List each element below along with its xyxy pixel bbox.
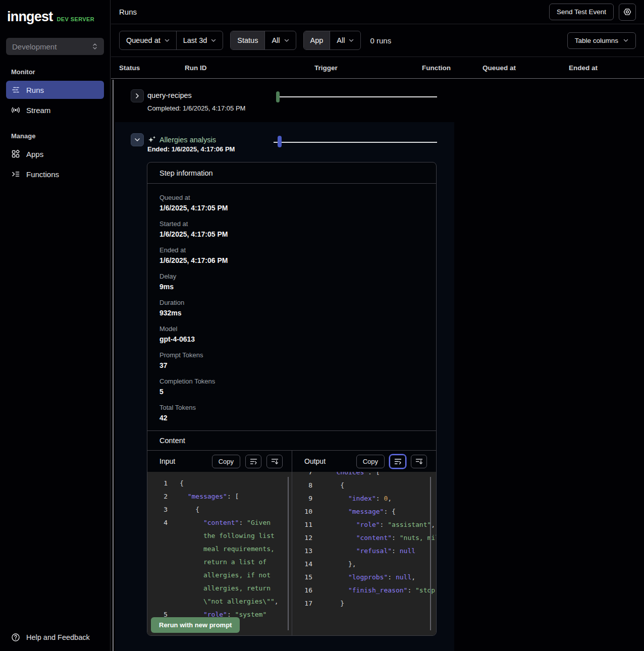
chevron-right-icon xyxy=(135,93,139,99)
sparkles-icon xyxy=(147,135,156,144)
copy-input-button[interactable]: Copy xyxy=(212,455,240,468)
line-number xyxy=(147,569,168,582)
line-number: 11 xyxy=(292,518,312,531)
sidebar-item-label: Functions xyxy=(26,170,59,179)
scroll-to-bottom-button[interactable] xyxy=(411,455,427,468)
chevron-down-icon xyxy=(211,39,216,42)
line-number xyxy=(147,542,168,556)
step-info-field: Completion Tokens5 xyxy=(159,377,424,396)
wrap-text-button[interactable] xyxy=(245,455,261,468)
workspace-select[interactable]: Development xyxy=(6,38,104,55)
code-line: allergies, if not xyxy=(147,569,292,582)
output-panel-header: Output Copy xyxy=(292,451,436,472)
field-label: Total Tokens xyxy=(159,404,424,411)
field-label: Queued at xyxy=(159,194,424,201)
app-filter-dropdown[interactable]: All xyxy=(330,31,360,49)
line-number xyxy=(147,582,168,595)
time-field-value: Queued at xyxy=(126,36,160,44)
code-line: 15 "logprobs": null, xyxy=(292,571,436,584)
rerun-with-new-prompt-button[interactable]: Rerun with new prompt xyxy=(151,617,240,633)
scroll-to-bottom-button[interactable] xyxy=(266,455,283,468)
input-scrollbar[interactable] xyxy=(288,477,289,630)
input-code-editor[interactable]: 1{2 "messages": [3 {4 "content": "Given … xyxy=(147,472,292,635)
line-number: 3 xyxy=(147,503,168,516)
step-info-field: Queued at1/6/2025, 4:17:05 PM xyxy=(159,194,424,212)
line-number xyxy=(147,529,168,542)
env-badge: DEV SERVER xyxy=(57,16,94,22)
sidebar-item-runs[interactable]: Runs xyxy=(6,81,104,99)
output-label: Output xyxy=(304,457,326,465)
timeline-marker xyxy=(276,91,280,102)
list-scrollbar[interactable] xyxy=(113,80,114,651)
sidebar-item-label: Apps xyxy=(26,150,43,158)
line-number: 10 xyxy=(292,505,312,518)
line-number: 1 xyxy=(147,477,168,490)
code-line: 16 "finish_reason": "stop" xyxy=(292,584,436,597)
code-line: 4 "content": "Given xyxy=(147,516,292,529)
apps-icon xyxy=(11,149,20,158)
time-field-dropdown[interactable]: Queued at xyxy=(120,31,176,49)
collapse-row-button[interactable] xyxy=(131,133,144,146)
field-value: 9ms xyxy=(159,283,424,291)
field-label: Model xyxy=(159,325,424,333)
stream-icon xyxy=(11,105,20,115)
code-line: 13 "refusal": null xyxy=(292,545,436,558)
wrap-text-button-active[interactable] xyxy=(390,455,406,468)
field-label: Duration xyxy=(159,299,424,306)
status-filter-dropdown[interactable]: All xyxy=(264,31,295,49)
output-code-viewer[interactable]: 7 "choices": [8 {9 "index": 0,10 "messag… xyxy=(292,472,436,635)
chevron-down-icon xyxy=(165,39,170,42)
code-line: 12 "content": "nuts, milk", xyxy=(292,531,436,545)
app-filter-value: All xyxy=(337,36,345,44)
input-label: Input xyxy=(159,457,175,465)
help-label: Help and Feedback xyxy=(26,633,90,641)
code-line: return a list of xyxy=(147,556,292,569)
field-value: gpt-4-0613 xyxy=(159,335,424,343)
code-line: 1{ xyxy=(147,477,292,490)
table-columns-button[interactable]: Table columns xyxy=(567,32,636,49)
line-number: 2 xyxy=(147,490,168,503)
chevron-down-icon xyxy=(349,39,354,42)
step-detail-card: Step information Queued at1/6/2025, 4:17… xyxy=(147,162,437,636)
chevron-down-icon xyxy=(284,39,289,42)
updown-chevron-icon xyxy=(92,42,98,50)
sidebar: inngest DEV SERVER Development Monitor R… xyxy=(0,0,111,651)
workspace-select-value: Development xyxy=(12,42,57,51)
line-number: 13 xyxy=(292,545,312,558)
field-label: Ended at xyxy=(159,246,424,254)
wrap-text-icon xyxy=(394,458,402,465)
column-trigger: Trigger xyxy=(314,64,422,72)
sidebar-item-functions[interactable]: Functions xyxy=(6,165,104,183)
help-and-feedback[interactable]: Help and Feedback xyxy=(11,633,90,642)
input-panel: Input Copy xyxy=(147,451,292,635)
run-name[interactable]: Allergies analysis xyxy=(159,136,216,144)
sidebar-item-label: Stream xyxy=(26,106,50,115)
time-range-dropdown[interactable]: Last 3d xyxy=(176,31,223,49)
code-line: 17 } xyxy=(292,597,436,610)
output-scrollbar[interactable] xyxy=(430,477,431,630)
field-label: Prompt Tokens xyxy=(159,351,424,359)
field-label: Completion Tokens xyxy=(159,377,424,385)
chevron-down-icon xyxy=(134,138,140,142)
table-row[interactable]: query-recipes Completed: 1/6/2025, 4:17:… xyxy=(111,79,644,122)
step-info-field: Modelgpt-4-0613 xyxy=(159,325,424,343)
status-filter-label: Status xyxy=(231,31,264,49)
expand-row-button[interactable] xyxy=(131,89,144,102)
step-info-field: Ended at1/6/2025, 4:17:06 PM xyxy=(159,246,424,264)
settings-button[interactable] xyxy=(619,4,636,21)
section-label-monitor: Monitor xyxy=(11,68,99,76)
app-filter-label: App xyxy=(304,31,330,49)
code-line: meal requirements, xyxy=(147,542,292,556)
sidebar-item-stream[interactable]: Stream xyxy=(6,101,104,119)
code-line: 8 { xyxy=(292,479,436,492)
code-line: 10 "message": { xyxy=(292,505,436,518)
send-test-event-button[interactable]: Send Test Event xyxy=(549,4,614,20)
scroll-down-icon xyxy=(415,458,423,465)
field-value: 932ms xyxy=(159,309,424,317)
copy-output-button[interactable]: Copy xyxy=(356,455,385,468)
content-header: Content xyxy=(147,430,436,451)
sidebar-item-apps[interactable]: Apps xyxy=(6,145,104,163)
run-name[interactable]: query-recipes xyxy=(147,91,192,99)
code-line: 2 "messages": [ xyxy=(147,490,292,503)
column-function: Function xyxy=(422,64,482,72)
